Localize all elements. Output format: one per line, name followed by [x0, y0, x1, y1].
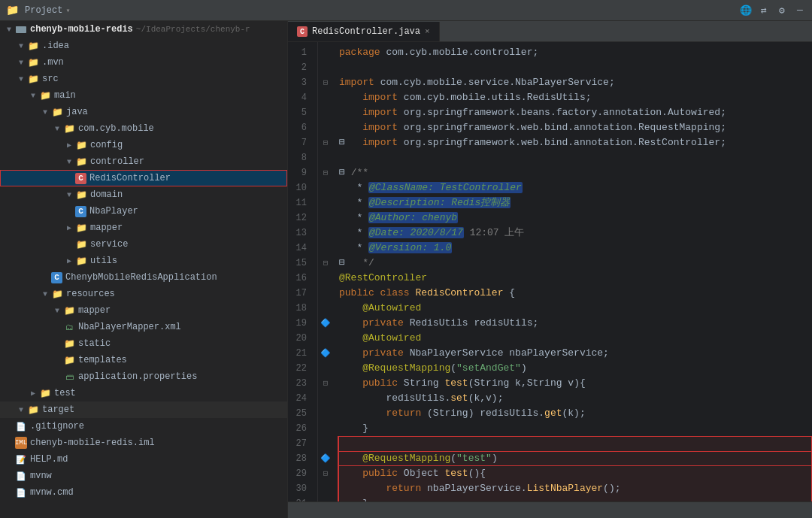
templates-folder-icon: 📁	[63, 354, 75, 366]
ln-4: 4	[288, 90, 311, 105]
gc-12	[318, 211, 333, 226]
sidebar-item-res-mapper[interactable]: ▼ 📁 mapper	[0, 302, 287, 319]
code-line-29: public Object test(){	[338, 466, 812, 481]
sidebar-item-target[interactable]: ▼ 📁 target	[0, 401, 287, 418]
tab-redis-controller[interactable]: C RedisController.java ×	[288, 22, 440, 41]
ln-3: 3	[288, 75, 311, 90]
sidebar-item-mvn[interactable]: ▼ 📁 .mvn	[0, 54, 287, 71]
sidebar-item-main[interactable]: ▼ 📁 main	[0, 87, 287, 104]
sidebar-item-test[interactable]: ▶ 📁 test	[0, 385, 287, 401]
gc-31	[318, 496, 333, 501]
sidebar-item-mvnw-cmd[interactable]: 📄 mvnw.cmd	[0, 484, 287, 501]
props-file-icon: 🗃	[63, 371, 75, 383]
gitignore-file-icon: 📄	[15, 420, 27, 432]
iml-label: chenyb-mobile-redis.iml	[30, 438, 155, 448]
sidebar-item-redis-controller[interactable]: C RedisController	[0, 170, 287, 186]
gc-22	[318, 361, 333, 376]
line-numbers: 1 2 3 4 5 6 7 8 9 10 11 12 13 14 15 16 1…	[288, 42, 318, 501]
sidebar-item-app-props[interactable]: 🗃 application.properties	[0, 368, 287, 385]
sidebar-item-utils[interactable]: ▶ 📁 utils	[0, 253, 287, 269]
sidebar-item-gitignore[interactable]: 📄 .gitignore	[0, 418, 287, 435]
sidebar-item-idea[interactable]: ▼ 📁 .idea	[0, 38, 287, 54]
project-label[interactable]: Project ▾	[25, 5, 70, 16]
sidebar-item-iml[interactable]: IML chenyb-mobile-redis.iml	[0, 435, 287, 451]
sidebar-item-config[interactable]: ▶ 📁 config	[0, 137, 287, 153]
code-line-30: return nbaPlayerService.ListNbaPlayer();	[338, 481, 812, 496]
res-mapper-folder-icon: 📁	[63, 304, 75, 317]
sidebar-item-service[interactable]: 📁 service	[0, 236, 287, 253]
gc-14	[318, 241, 333, 256]
code-line-31: }	[338, 496, 812, 501]
sidebar-item-help[interactable]: 📝 HELP.md	[0, 451, 287, 468]
dropdown-arrow[interactable]: ▾	[65, 6, 70, 15]
nba-mapper-xml-label: NbaPlayerMapper.xml	[78, 322, 181, 332]
sidebar-item-mapper[interactable]: ▶ 📁 mapper	[0, 220, 287, 236]
ln-1: 1	[288, 45, 311, 60]
sidebar-item-static[interactable]: 📁 static	[0, 335, 287, 352]
code-line-28: @RequestMapping("test")	[338, 451, 812, 466]
test-arrow: ▶	[27, 387, 39, 399]
gc-16	[318, 271, 333, 286]
root-name: chenyb-mobile-redis	[30, 24, 133, 35]
mvn-label: .mvn	[42, 57, 64, 68]
project-root[interactable]: ▼ chenyb-mobile-redis ~/IdeaProjects/che…	[0, 21, 287, 38]
gc-7: ⊟	[318, 135, 333, 150]
sidebar-item-domain[interactable]: ▼ 📁 domain	[0, 186, 287, 203]
gc-28: 🔷	[318, 451, 333, 466]
app-label: ChenybMobileRedisApplication	[65, 272, 217, 283]
sidebar-item-nba-player[interactable]: C NbaPlayer	[0, 203, 287, 220]
sync-icon[interactable]: ⇄	[758, 5, 770, 17]
controller-folder-icon: 📁	[75, 156, 87, 168]
ln-10: 10	[288, 180, 311, 195]
gc-24	[318, 391, 333, 406]
project-folder-icon	[15, 23, 27, 35]
sidebar-item-java[interactable]: ▼ 📁 java	[0, 104, 287, 120]
gc-25	[318, 406, 333, 421]
target-label: target	[42, 404, 74, 415]
globe-icon[interactable]: 🌐	[740, 5, 752, 17]
sidebar-item-nba-mapper-xml[interactable]: 🗂 NbaPlayerMapper.xml	[0, 319, 287, 335]
domain-arrow: ▼	[63, 189, 75, 201]
gc-8	[318, 150, 333, 165]
status-bar	[288, 501, 812, 518]
gc-23: ⊟	[318, 376, 333, 391]
templates-arrow	[51, 354, 63, 366]
src-arrow: ▼	[15, 73, 27, 85]
tab-close-icon[interactable]: ×	[425, 27, 430, 36]
sidebar-item-resources[interactable]: ▼ 📁 resources	[0, 286, 287, 302]
sidebar-item-templates[interactable]: 📁 templates	[0, 352, 287, 368]
ln-30: 30	[288, 481, 311, 496]
sidebar-item-mvnw[interactable]: 📄 mvnw	[0, 468, 287, 484]
mvnw-file-icon: 📄	[15, 470, 27, 482]
code-editor[interactable]: 1 2 3 4 5 6 7 8 9 10 11 12 13 14 15 16 1…	[288, 42, 812, 501]
ln-26: 26	[288, 421, 311, 436]
code-line-24: redisUtils.set(k,v);	[339, 391, 812, 406]
settings-icon[interactable]: ⚙	[776, 5, 788, 17]
sidebar-item-com-cyb-mobile[interactable]: ▼ 📁 com.cyb.mobile	[0, 120, 287, 137]
target-arrow: ▼	[15, 404, 27, 416]
gc-19: 🔷	[318, 316, 333, 331]
target-folder-icon: 📁	[27, 404, 39, 416]
sidebar-item-controller[interactable]: ▼ 📁 controller	[0, 153, 287, 170]
project-sidebar[interactable]: ▼ chenyb-mobile-redis ~/IdeaProjects/che…	[0, 21, 288, 518]
code-content[interactable]: package com.cyb.mobile.controller; impor…	[333, 42, 812, 501]
ln-13: 13	[288, 226, 311, 241]
ln-17: 17	[288, 286, 311, 301]
code-line-15: ⊟ */	[339, 256, 812, 271]
redis-controller-label: RedisController	[89, 173, 171, 183]
gc-15: ⊟	[318, 256, 333, 271]
minimize-icon[interactable]: —	[794, 5, 806, 17]
mapper-folder-icon: 📁	[75, 222, 87, 234]
resources-label: resources	[66, 289, 115, 299]
gitignore-label: .gitignore	[30, 421, 84, 432]
sidebar-item-app[interactable]: C ChenybMobileRedisApplication	[0, 269, 287, 286]
code-line-25: return (String) redisUtils.get(k);	[339, 406, 812, 421]
com-cyb-arrow: ▼	[51, 123, 63, 135]
service-folder-icon: 📁	[75, 238, 87, 250]
res-mapper-arrow: ▼	[51, 304, 63, 317]
sidebar-item-src[interactable]: ▼ 📁 src	[0, 71, 287, 87]
gc-9: ⊟	[318, 165, 333, 180]
code-line-26: }	[339, 421, 812, 436]
ln-2: 2	[288, 60, 311, 75]
gc-30	[318, 481, 333, 496]
